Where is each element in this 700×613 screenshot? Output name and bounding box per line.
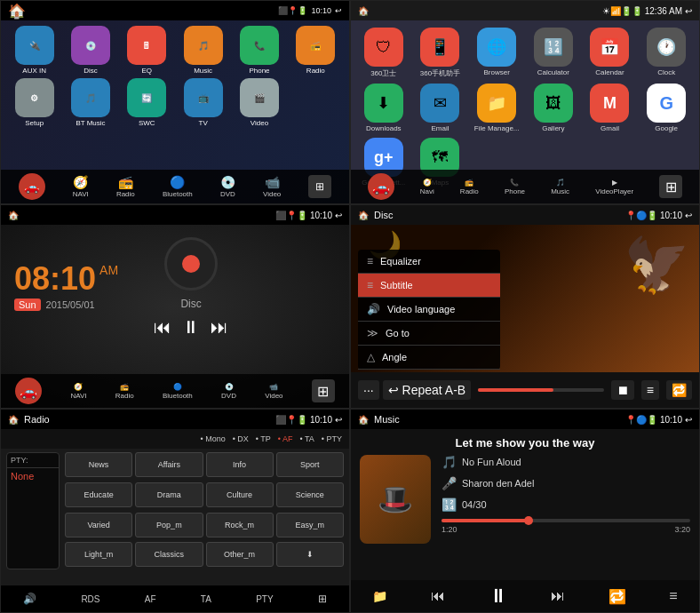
back-icon-2[interactable]: ↩ bbox=[685, 6, 692, 16]
app-tv[interactable]: 📺 TV bbox=[177, 78, 229, 127]
stop-button-4[interactable]: ⏹ bbox=[611, 380, 634, 400]
pty-btn-easym[interactable]: Easy_m bbox=[276, 513, 344, 537]
bottom-nav-bar-3: 🚗 🧭 NAVI 📻 Radio 🔵 Bluetooth 💿 DVD 📹 Vid… bbox=[1, 374, 349, 408]
app-music[interactable]: 🎵 Music bbox=[177, 26, 229, 75]
app-downloads[interactable]: ⬇ Downloads bbox=[358, 84, 410, 132]
pty-btn-educate[interactable]: Educate bbox=[65, 482, 132, 507]
app-gallery[interactable]: 🖼 Gallery bbox=[528, 84, 579, 132]
app-360-guard[interactable]: 🛡 360卫士 bbox=[358, 28, 410, 78]
app-video[interactable]: 🎬 Video bbox=[233, 78, 285, 127]
pty-btn-down[interactable]: ⬇ bbox=[276, 542, 344, 567]
nav-bluetooth-3[interactable]: 🔵 Bluetooth bbox=[163, 383, 193, 400]
app-browser[interactable]: 🌐 Browser bbox=[471, 28, 522, 78]
menu-subtitle[interactable]: ≡ Subtitle bbox=[358, 274, 500, 298]
app-calendar[interactable]: 📅 Calendar bbox=[585, 28, 636, 78]
swc-label: SWC bbox=[139, 119, 155, 127]
car-button-1[interactable]: 🚗 bbox=[19, 173, 45, 200]
nav-video-1[interactable]: 📹 Video bbox=[263, 175, 281, 198]
app-eq[interactable]: 🎚 EQ bbox=[121, 26, 173, 75]
next-button-3[interactable]: ⏭ bbox=[211, 317, 228, 338]
pty-btn-lightm[interactable]: Light_m bbox=[65, 542, 132, 567]
pty-btn-affairs[interactable]: Affairs bbox=[135, 452, 203, 477]
prev-button-6[interactable]: ⏮ bbox=[431, 588, 445, 604]
app-clock[interactable]: 🕐 Clock bbox=[640, 28, 692, 78]
nav-navi-2[interactable]: 🧭 Navi bbox=[420, 179, 434, 195]
back-icon-6[interactable]: ↩ bbox=[685, 415, 692, 425]
back-icon-1[interactable]: ↩ bbox=[335, 6, 342, 15]
nav-navi-1[interactable]: 🧭 NAVI bbox=[73, 175, 89, 198]
back-icon-4[interactable]: ↩ bbox=[685, 211, 692, 220]
nav-phone-2[interactable]: 📞 Phone bbox=[505, 179, 525, 195]
app-google[interactable]: G Google bbox=[640, 84, 692, 132]
repeat-button-6[interactable]: 🔁 bbox=[609, 588, 626, 605]
menu-equalizer[interactable]: ≡ Equalizer bbox=[358, 250, 500, 274]
nav-videoplayer-2[interactable]: ▶ VideoPlayer bbox=[595, 179, 633, 195]
pty-bottom-button[interactable]: PTY bbox=[256, 594, 273, 604]
car-button-3[interactable]: 🚗 bbox=[15, 378, 42, 404]
repeat-ab-button[interactable]: ↩ Repeat A-B bbox=[383, 380, 472, 400]
time-4: 10:10 bbox=[660, 211, 682, 220]
app-disc[interactable]: 💿 Disc bbox=[64, 26, 116, 75]
nav-dvd-3[interactable]: 💿 DVD bbox=[221, 383, 236, 400]
app-phone[interactable]: 📞 Phone bbox=[233, 26, 285, 75]
menu-goto[interactable]: ≫ Go to bbox=[358, 322, 500, 346]
pty-btn-varied[interactable]: Varied bbox=[65, 513, 132, 537]
nav-music-2[interactable]: 🎵 Music bbox=[551, 179, 569, 195]
menu-dots-button[interactable]: ··· bbox=[358, 380, 379, 400]
pty-btn-rockm[interactable]: Rock_m bbox=[206, 513, 274, 537]
nav-bluetooth-1[interactable]: 🔵 Bluetooth bbox=[163, 175, 193, 198]
pty-btn-info[interactable]: Info bbox=[206, 452, 274, 477]
nav-dvd-1[interactable]: 💿 DVD bbox=[220, 175, 235, 198]
pty-btn-drama[interactable]: Drama bbox=[135, 482, 203, 507]
prev-button-3[interactable]: ⏮ bbox=[154, 317, 171, 338]
ta-button[interactable]: TA bbox=[201, 594, 211, 604]
time-row: 1:20 3:20 bbox=[441, 525, 690, 534]
next-button-6[interactable]: ⏭ bbox=[551, 588, 565, 604]
menu-video-language[interactable]: 🔊 Video language bbox=[358, 298, 500, 322]
repeat-button-4[interactable]: 🔁 bbox=[666, 380, 692, 400]
app-calculator[interactable]: 🔢 Calculator bbox=[528, 28, 579, 78]
back-icon-5[interactable]: ↩ bbox=[335, 415, 342, 425]
phone-nav-icon-2: 📞 bbox=[510, 179, 519, 187]
playlist-button-4[interactable]: ≡ bbox=[641, 380, 659, 400]
app-setup[interactable]: ⚙ Setup bbox=[8, 78, 60, 127]
pty-btn-popm[interactable]: Pop_m bbox=[135, 513, 203, 537]
app-gmail[interactable]: M Gmail bbox=[585, 84, 636, 132]
menu-angle[interactable]: △ Angle bbox=[358, 346, 500, 370]
calendar-icon: 📅 bbox=[590, 28, 629, 67]
dvd-nav-label-3: DVD bbox=[221, 392, 236, 400]
volume-icon-5[interactable]: 🔊 bbox=[23, 593, 36, 605]
app-file-manager[interactable]: 📁 File Manage... bbox=[471, 84, 522, 132]
music-progress-dot bbox=[524, 516, 533, 525]
pause-button-3[interactable]: ⏸ bbox=[182, 317, 200, 338]
af-button[interactable]: AF bbox=[145, 594, 156, 604]
grid-button-3[interactable]: ⊞ bbox=[312, 379, 335, 402]
nav-navi-3[interactable]: 🧭 NAVI bbox=[70, 383, 86, 400]
grid-button-1[interactable]: ⊞ bbox=[308, 175, 331, 198]
back-icon-3[interactable]: ↩ bbox=[335, 211, 342, 220]
pty-btn-culture[interactable]: Culture bbox=[206, 482, 274, 507]
app-swc[interactable]: 🔄 SWC bbox=[121, 78, 173, 127]
settings-icon-5[interactable]: ⊞ bbox=[318, 593, 327, 605]
playlist-button-6[interactable]: ≡ bbox=[669, 588, 677, 604]
app-bt-music[interactable]: 🎵 BT Music bbox=[64, 78, 116, 127]
pty-btn-classics[interactable]: Classics bbox=[135, 542, 203, 567]
pty-btn-sport[interactable]: Sport bbox=[276, 452, 344, 477]
grid-button-2[interactable]: ⊞ bbox=[659, 175, 682, 198]
app-360-assistant[interactable]: 📱 360手机助手 bbox=[415, 28, 466, 78]
folder-button-6[interactable]: 📁 bbox=[372, 589, 387, 603]
nav-radio-1[interactable]: 📻 Radio bbox=[116, 175, 135, 198]
nav-radio-2[interactable]: 📻 Radio bbox=[460, 179, 479, 195]
app-radio[interactable]: 📻 Radio bbox=[290, 26, 342, 75]
app-email[interactable]: ✉ Email bbox=[415, 84, 466, 132]
nav-video-3[interactable]: 📹 Video bbox=[265, 383, 282, 400]
pty-btn-science[interactable]: Science bbox=[276, 482, 344, 507]
car-button-2[interactable]: 🚗 bbox=[368, 173, 394, 200]
app-aux-in[interactable]: 🔌 AUX IN bbox=[8, 26, 60, 75]
music-progress-bar[interactable] bbox=[441, 519, 690, 522]
rds-button[interactable]: RDS bbox=[81, 594, 99, 604]
play-button-6[interactable]: ⏸ bbox=[489, 585, 508, 608]
pty-btn-news[interactable]: News bbox=[65, 452, 132, 477]
nav-radio-3[interactable]: 📻 Radio bbox=[115, 383, 134, 400]
pty-btn-otherm[interactable]: Other_m bbox=[206, 542, 274, 567]
